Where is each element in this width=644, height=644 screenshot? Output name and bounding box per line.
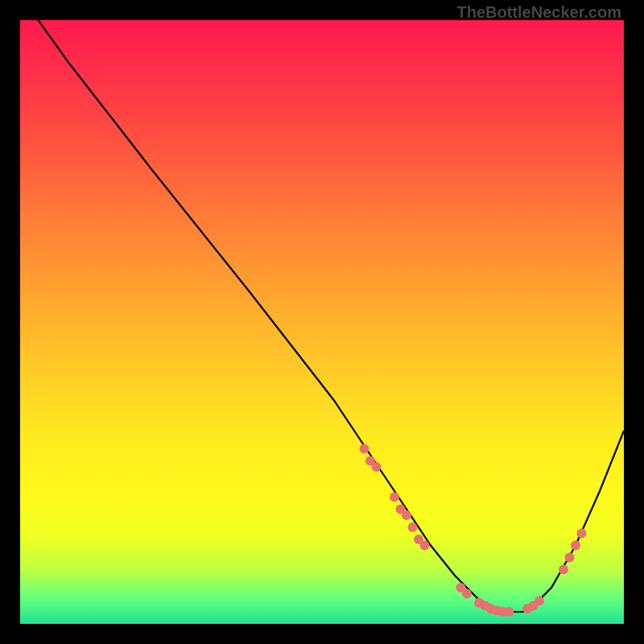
- data-markers: [360, 444, 587, 617]
- data-point: [565, 553, 575, 563]
- data-point: [372, 462, 382, 472]
- data-point: [535, 597, 544, 606]
- bottleneck-curve: [39, 20, 625, 612]
- data-point: [462, 589, 472, 599]
- data-point: [402, 510, 411, 520]
- data-point: [571, 541, 580, 551]
- data-point: [420, 541, 430, 551]
- data-point: [360, 444, 369, 454]
- data-point: [505, 607, 514, 617]
- data-point: [390, 493, 399, 502]
- data-point: [559, 565, 568, 575]
- chart-overlay: [20, 20, 624, 624]
- watermark-text: TheBottleNecker.com: [456, 3, 621, 22]
- chart-container: TheBottleNecker.com: [0, 0, 644, 644]
- data-point: [577, 529, 587, 539]
- data-point: [408, 522, 418, 532]
